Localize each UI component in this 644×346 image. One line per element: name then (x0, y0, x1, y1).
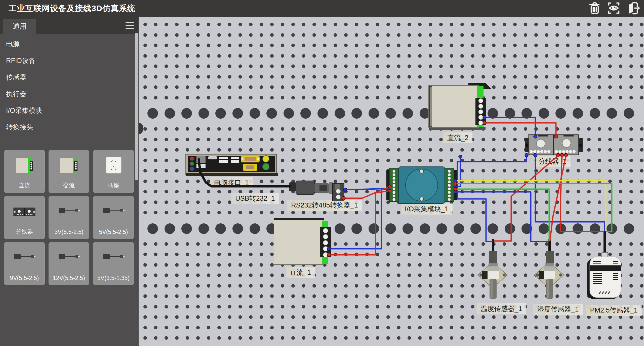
sidebar-tabstrip: 通用 (0, 17, 139, 34)
sidebar-menu-item[interactable]: 转换接头 (0, 119, 136, 135)
tile-label: 直流 (4, 182, 45, 189)
trash-icon (588, 1, 601, 15)
tile-label: 插座 (93, 182, 134, 189)
tile-label: 3V(5.5-2.5) (49, 229, 89, 235)
tile-label: 5V(5.5-2.5) (93, 229, 134, 235)
sidebar-menu-item[interactable]: 执行器 (0, 86, 136, 102)
exit-button[interactable] (626, 1, 640, 15)
device-label: 温度传感器_1 (476, 303, 526, 314)
socket-device-icon (93, 152, 134, 180)
device-tile[interactable]: 9V(5.5-2.5) (4, 242, 45, 285)
device-label: 直流_2 (443, 132, 472, 143)
page-title: 工业互联网设备及接线3D仿真系统 (9, 3, 136, 14)
adapter-device-icon (93, 198, 134, 226)
sidebar-menu-item[interactable]: 传感器 (0, 69, 136, 86)
device-label: 湿度传感器_1 (533, 304, 583, 315)
dc-device-icon (4, 152, 45, 180)
exit-icon (626, 1, 640, 15)
device-tile[interactable]: 12V(5.5-2.5) (49, 242, 89, 285)
sidebar: 通用 电源RFID设备传感器执行器I/O采集模块转换接头 直流 交流 插座 (0, 17, 139, 346)
tile-label: 分线器 (4, 228, 45, 235)
device-label: USB转232_1 (231, 193, 279, 204)
eye-focus-icon (607, 1, 621, 15)
adapter-device-icon (49, 198, 89, 226)
sidebar-menu-item[interactable]: 电源 (0, 36, 136, 52)
tile-label: 交流 (49, 182, 89, 189)
device-tile[interactable]: 插座 (93, 150, 134, 193)
tile-label: 5V(3.5-1.35) (93, 275, 134, 282)
device-tile[interactable]: 直流 (4, 150, 45, 193)
device-label: I/O采集模块_1 (401, 203, 453, 215)
sidebar-menu: 电源RFID设备传感器执行器I/O采集模块转换接头 (0, 36, 136, 135)
sidebar-menu-item[interactable]: RFID设备 (0, 52, 136, 69)
device-tile[interactable]: 分线器 (4, 196, 45, 239)
sidebar-scrollbar[interactable] (135, 33, 138, 180)
device-label: 直流_1 (286, 267, 315, 278)
tile-label: 12V(5.5-2.5) (49, 275, 89, 282)
device-label: 电脑接口_1 (210, 177, 253, 188)
adapter-device-icon (93, 244, 134, 272)
menu-icon[interactable] (126, 22, 134, 29)
view-focus-button[interactable] (607, 1, 621, 15)
splitter-device-icon (4, 198, 45, 226)
tile-label: 9V(5.5-2.5) (4, 275, 45, 282)
tab-general[interactable]: 通用 (3, 19, 36, 34)
adapter-device-icon (49, 244, 89, 272)
dc-device-icon (49, 152, 89, 180)
device-label: PM2.5传感器_1 (586, 305, 641, 316)
device-tile[interactable]: 5V(3.5-1.35) (93, 242, 134, 285)
sidebar-menu-item[interactable]: I/O采集模块 (0, 102, 136, 119)
delete-button[interactable] (588, 1, 602, 15)
device-tile[interactable]: 交流 (49, 150, 89, 193)
device-label: RS232转485转换器_1 (287, 200, 362, 211)
device-tile[interactable]: 3V(5.5-2.5) (49, 196, 89, 239)
device-label: 分线器_1 (534, 156, 570, 167)
topbar: 工业互联网设备及接线3D仿真系统 (0, 0, 644, 17)
device-tile[interactable]: 5V(5.5-2.5) (93, 196, 134, 239)
adapter-device-icon (4, 244, 45, 272)
